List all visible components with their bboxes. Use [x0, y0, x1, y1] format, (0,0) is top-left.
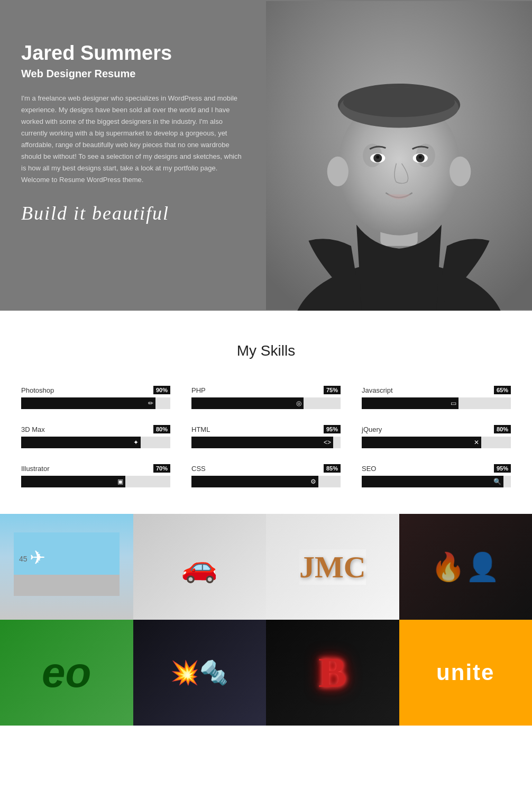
- skill-icon: ✕: [474, 439, 479, 446]
- skill-icon: ▣: [117, 478, 123, 485]
- skill-bar-fill: ▣: [21, 476, 125, 487]
- skill-name: CSS: [191, 465, 206, 473]
- portfolio-thumb: unite: [436, 660, 494, 685]
- skill-item: SEO 95% 🔍: [362, 464, 511, 487]
- portfolio-item[interactable]: B: [266, 620, 399, 726]
- skill-item: HTML 95% <>: [191, 425, 341, 448]
- skill-item: Illustrator 70% ▣: [21, 464, 170, 487]
- portfolio-item[interactable]: unite: [399, 620, 533, 726]
- skill-bar-fill: ✕: [362, 437, 481, 448]
- skill-bar-container: ✕: [362, 437, 511, 448]
- skill-bar-fill: ✦: [21, 437, 141, 448]
- skill-bar-container: ✏: [21, 397, 170, 409]
- skill-item: Photoshop 90% ✏: [21, 386, 170, 409]
- portfolio-item[interactable]: 🚗: [133, 514, 267, 620]
- skills-title: My Skills: [21, 342, 511, 359]
- skill-icon: ✏: [148, 400, 153, 407]
- skill-bar-container: 🔍: [362, 476, 511, 487]
- skill-header: SEO 95%: [362, 464, 511, 473]
- svg-point-13: [327, 157, 348, 186]
- skill-percent: 70%: [153, 464, 170, 473]
- portfolio-item[interactable]: 🔥👤: [399, 514, 533, 620]
- skill-percent: 75%: [324, 386, 341, 394]
- skill-item: 3D Max 80% ✦: [21, 425, 170, 448]
- skill-name: Javascript: [362, 386, 393, 394]
- skill-header: HTML 95%: [191, 425, 341, 433]
- skill-icon: ▭: [451, 400, 456, 407]
- skill-icon: ◎: [296, 400, 301, 407]
- hero-section: Jared Summers Web Designer Resume I'm a …: [0, 0, 532, 311]
- skill-bar-container: ◎: [191, 397, 341, 409]
- skill-header: Photoshop 90%: [21, 386, 170, 394]
- skill-header: PHP 75%: [191, 386, 341, 394]
- hero-signature: Build it beautiful: [21, 202, 245, 224]
- skill-percent: 85%: [324, 464, 341, 473]
- hero-portrait: [266, 0, 532, 311]
- skill-bar-fill: ▭: [362, 397, 458, 409]
- portfolio-thumb: 🔥👤: [431, 551, 500, 583]
- skill-bar-container: ▣: [21, 476, 170, 487]
- skill-header: CSS 85%: [191, 464, 341, 473]
- svg-point-16: [343, 87, 455, 117]
- skill-header: Javascript 65%: [362, 386, 511, 394]
- portfolio-item[interactable]: JMC: [266, 514, 399, 620]
- portfolio-thumb: 💥🔩: [170, 659, 228, 686]
- skill-percent: 80%: [153, 425, 170, 433]
- skill-item: CSS 85% ⚙: [191, 464, 341, 487]
- portfolio-thumb: ✈45: [14, 532, 120, 602]
- skill-icon: ✦: [133, 439, 139, 446]
- skill-bar-fill: <>: [191, 437, 333, 448]
- skill-name: Illustrator: [21, 465, 49, 473]
- skill-icon: ⚙: [310, 478, 316, 485]
- skill-percent: 80%: [494, 425, 511, 433]
- svg-text:✈: ✈: [30, 547, 45, 568]
- svg-point-12: [419, 156, 422, 159]
- svg-text:45: 45: [19, 555, 27, 563]
- portfolio-item[interactable]: 💥🔩: [133, 620, 267, 726]
- skill-name: Photoshop: [21, 386, 54, 394]
- skill-bar-container: ✦: [21, 437, 170, 448]
- skill-header: jQuery 80%: [362, 425, 511, 433]
- skills-section: My Skills Photoshop 90% ✏ PHP 75% ◎ Java…: [0, 311, 532, 514]
- skill-icon: 🔍: [493, 478, 501, 485]
- hero-image-area: [266, 0, 532, 311]
- portfolio-item[interactable]: ✈45: [0, 514, 133, 620]
- svg-point-9: [376, 156, 379, 159]
- skill-bar-fill: ✏: [21, 397, 155, 409]
- hero-name: Jared Summers: [21, 42, 245, 65]
- svg-rect-18: [14, 575, 120, 596]
- skill-bar-fill: 🔍: [362, 476, 503, 487]
- skill-bar-container: ▭: [362, 397, 511, 409]
- skill-header: Illustrator 70%: [21, 464, 170, 473]
- skill-name: 3D Max: [21, 425, 45, 433]
- skill-name: jQuery: [362, 425, 382, 433]
- hero-content: Jared Summers Web Designer Resume I'm a …: [0, 0, 266, 311]
- skills-grid: Photoshop 90% ✏ PHP 75% ◎ Javascript 65%…: [21, 386, 511, 493]
- skill-bar-container: ⚙: [191, 476, 341, 487]
- portfolio-section: ✈45🚗JMC🔥👤eo💥🔩Bunite: [0, 514, 532, 726]
- hero-subtitle: Web Designer Resume: [21, 68, 245, 80]
- skill-bar-container: <>: [191, 437, 341, 448]
- skill-bar-fill: ◎: [191, 397, 304, 409]
- svg-point-14: [450, 157, 471, 186]
- skill-name: SEO: [362, 465, 376, 473]
- skill-bar-fill: ⚙: [191, 476, 318, 487]
- skill-icon: <>: [324, 439, 331, 446]
- skill-name: PHP: [191, 386, 206, 394]
- skill-item: jQuery 80% ✕: [362, 425, 511, 448]
- portfolio-thumb: 🚗: [181, 549, 218, 584]
- skill-percent: 65%: [494, 386, 511, 394]
- skill-percent: 95%: [324, 425, 341, 433]
- portfolio-thumb: eo: [42, 648, 91, 697]
- portfolio-thumb: B: [318, 649, 346, 697]
- skill-header: 3D Max 80%: [21, 425, 170, 433]
- portfolio-item[interactable]: eo: [0, 620, 133, 726]
- hero-bio: I'm a freelance web designer who special…: [21, 93, 245, 186]
- portfolio-thumb: JMC: [299, 549, 366, 585]
- skill-item: PHP 75% ◎: [191, 386, 341, 409]
- skill-percent: 90%: [153, 386, 170, 394]
- skill-item: Javascript 65% ▭: [362, 386, 511, 409]
- skill-percent: 95%: [494, 464, 511, 473]
- skill-name: HTML: [191, 425, 210, 433]
